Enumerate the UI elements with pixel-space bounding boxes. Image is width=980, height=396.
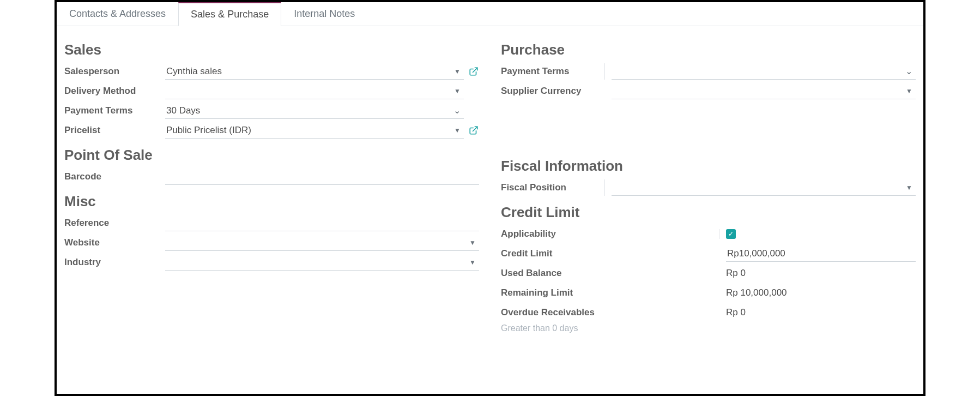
- chevron-down-icon: ⌄: [903, 66, 915, 76]
- delivery-method-select[interactable]: ▼: [165, 83, 464, 99]
- used-balance-label: Used Balance: [501, 268, 719, 279]
- pricelist-select[interactable]: Public Pricelist (IDR) ▼: [165, 122, 464, 139]
- section-misc-title: Misc: [64, 193, 479, 210]
- reference-input[interactable]: [165, 215, 479, 231]
- tab-sales-purchase[interactable]: Sales & Purchase: [178, 2, 281, 26]
- fiscal-position-label: Fiscal Position: [501, 182, 604, 193]
- svg-line-1: [473, 127, 477, 131]
- overdue-note: Greater than 0 days: [501, 323, 916, 333]
- supplier-currency-select[interactable]: ▼: [612, 83, 916, 99]
- website-label: Website: [64, 237, 165, 248]
- caret-down-icon: ▼: [467, 239, 478, 247]
- svg-line-0: [473, 68, 477, 72]
- applicability-label: Applicability: [501, 229, 719, 239]
- caret-down-icon: ▼: [452, 68, 463, 75]
- used-balance-value: Rp 0: [726, 268, 746, 279]
- reference-label: Reference: [64, 218, 165, 229]
- caret-down-icon: ▼: [904, 184, 915, 191]
- section-credit-title: Credit Limit: [501, 204, 916, 221]
- overdue-receivables-value: Rp 0: [726, 307, 746, 318]
- tab-bar: Contacts & Addresses Sales & Purchase In…: [57, 2, 923, 26]
- industry-select[interactable]: ▼: [165, 254, 479, 271]
- sales-payment-terms-select[interactable]: 30 Days ⌄: [165, 103, 464, 119]
- tab-internal-notes[interactable]: Internal Notes: [281, 2, 367, 26]
- caret-down-icon: ▼: [452, 127, 463, 134]
- purchase-payment-terms-label: Payment Terms: [501, 66, 604, 77]
- purchase-payment-terms-select[interactable]: ⌄: [612, 63, 916, 80]
- external-link-icon[interactable]: [468, 66, 479, 77]
- salesperson-label: Salesperson: [64, 66, 165, 77]
- credit-limit-input[interactable]: Rp10,000,000: [726, 245, 916, 262]
- chevron-down-icon: ⌄: [451, 105, 463, 116]
- sales-payment-terms-label: Payment Terms: [64, 105, 165, 116]
- salesperson-select[interactable]: Cynthia sales ▼: [165, 63, 464, 80]
- delivery-method-label: Delivery Method: [64, 86, 165, 97]
- applicability-checkbox[interactable]: ✓: [726, 229, 736, 239]
- remaining-limit-label: Remaining Limit: [501, 287, 719, 298]
- section-sales-title: Sales: [64, 41, 479, 58]
- caret-down-icon: ▼: [452, 87, 463, 95]
- remaining-limit-value: Rp 10,000,000: [726, 287, 787, 298]
- credit-limit-label: Credit Limit: [501, 248, 719, 259]
- barcode-input[interactable]: [165, 169, 479, 185]
- industry-label: Industry: [64, 257, 165, 268]
- pricelist-label: Pricelist: [64, 125, 165, 136]
- caret-down-icon: ▼: [904, 87, 915, 95]
- fiscal-position-select[interactable]: ▼: [612, 179, 916, 196]
- section-purchase-title: Purchase: [501, 41, 916, 58]
- website-select[interactable]: ▼: [165, 235, 479, 251]
- external-link-icon[interactable]: [468, 125, 479, 136]
- section-pos-title: Point Of Sale: [64, 147, 479, 164]
- tab-contacts[interactable]: Contacts & Addresses: [57, 2, 178, 26]
- barcode-label: Barcode: [64, 171, 165, 182]
- section-fiscal-title: Fiscal Information: [501, 158, 916, 175]
- caret-down-icon: ▼: [467, 259, 478, 266]
- supplier-currency-label: Supplier Currency: [501, 86, 604, 97]
- overdue-receivables-label: Overdue Receivables: [501, 307, 719, 318]
